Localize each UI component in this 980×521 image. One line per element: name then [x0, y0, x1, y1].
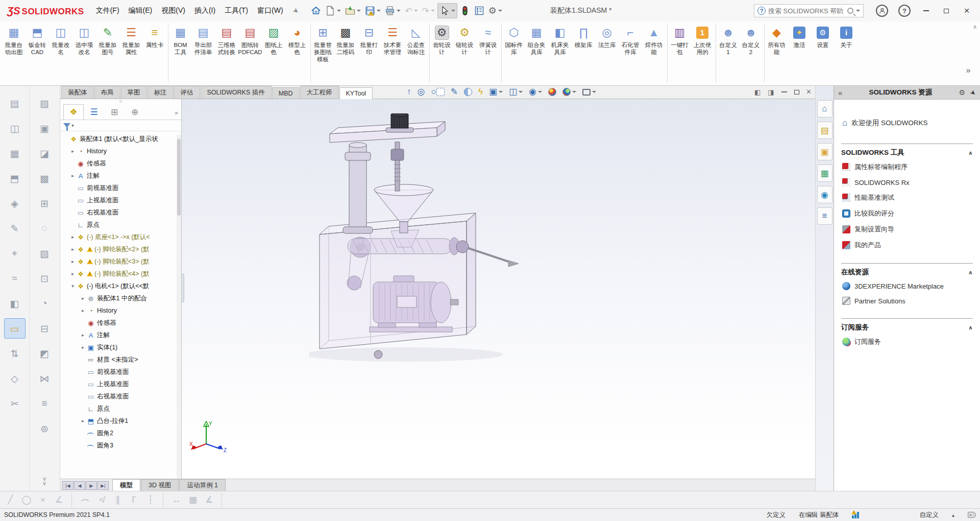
tool-button[interactable]: ⊞	[34, 193, 55, 214]
task-pane-item[interactable]: 订阅服务	[842, 337, 973, 346]
ribbon-button[interactable]: ≡ 属性卡	[143, 23, 166, 83]
menu-item[interactable]: 编辑(E)	[124, 3, 157, 18]
tab-nav-button[interactable]: ▶	[86, 481, 97, 490]
tool-button[interactable]: ≈	[4, 268, 26, 289]
close-button[interactable]: ×	[957, 3, 977, 18]
sketch-tool-button[interactable]: (	[78, 493, 93, 507]
tree-item[interactable]: ▸ ▣ 实体(1)	[62, 341, 181, 353]
sketch-tool-button[interactable]: ≮	[94, 493, 109, 507]
task-pane-tab[interactable]: ▤	[817, 122, 832, 139]
task-pane-tab[interactable]: ▣	[817, 143, 832, 160]
command-tab[interactable]: KYTool	[339, 87, 373, 99]
ribbon-button[interactable]: ▦ 组合夹 具库	[525, 23, 548, 83]
tool-button[interactable]: ⌖	[4, 243, 26, 264]
tool-button[interactable]: ✎	[4, 218, 26, 239]
ribbon-button[interactable]: ◺ 公差查 询标注	[404, 23, 428, 83]
ribbon-button[interactable]: ☰ 批量加 属性	[119, 23, 143, 83]
custom-status-button[interactable]: 自定义	[919, 511, 939, 519]
task-pane-tab[interactable]: ≡	[817, 207, 832, 225]
task-pane-item[interactable]: SOLIDWORKS Rx	[842, 178, 973, 186]
tool-button[interactable]: ⊡	[34, 268, 55, 289]
tree-item[interactable]: ▸ ◔ History	[62, 304, 181, 317]
performance-warning-icon[interactable]	[852, 511, 862, 518]
tab-nav-button[interactable]: ▶|	[97, 481, 109, 490]
print-dropdown[interactable]	[397, 10, 401, 12]
expand-arrow-icon[interactable]: ▸	[69, 271, 76, 276]
doc-restore-icon[interactable]	[794, 90, 799, 94]
tree-item[interactable]: ▸ ❖ (-) 底座<1> ->x (默认<	[62, 231, 181, 243]
gear-icon[interactable]: ⚙	[959, 88, 966, 97]
ribbon-button[interactable]: ⊟ 批量打 印	[357, 23, 381, 83]
account-icon[interactable]	[876, 5, 888, 17]
tool-button[interactable]: ◪	[34, 143, 55, 163]
tool-button[interactable]: ⇅	[4, 343, 26, 364]
collapse-section-icon[interactable]: ∧	[968, 324, 973, 331]
document-tab[interactable]: 3D 视图	[141, 479, 179, 491]
ribbon-button[interactable]: ⬡ 国标件 库	[501, 23, 525, 83]
command-tab[interactable]: MBD	[272, 87, 300, 99]
view-tool-dropdown[interactable]	[499, 91, 503, 93]
tree-item[interactable]: ▭ 前视基准面	[62, 182, 181, 194]
tool-button[interactable]: ⋈	[34, 368, 55, 389]
panel-splitter-handle[interactable]	[182, 274, 184, 302]
view-tool-dropdown[interactable]	[538, 91, 542, 93]
task-pane-tab[interactable]: ⌂	[817, 100, 832, 117]
sketch-tool-button[interactable]: ∠	[52, 493, 72, 507]
tool-button[interactable]: ◇	[4, 368, 26, 389]
open-button[interactable]	[344, 4, 362, 18]
tag-icon[interactable]	[968, 512, 976, 518]
tree-item[interactable]: ▭ 右视基准面	[62, 390, 181, 402]
ribbon-button[interactable]: ⌐ 石化管 件库	[619, 23, 642, 83]
command-tab[interactable]: 评估	[174, 86, 200, 99]
options-list-button[interactable]	[473, 4, 486, 18]
task-pane-item[interactable]: 我的产品	[842, 241, 973, 250]
tool-button[interactable]: ◌	[34, 218, 55, 239]
task-pane-item[interactable]: 3DEXPERIENCE Marketplace	[842, 282, 973, 290]
ribbon-button[interactable]: ▤ 三维格 式转换	[215, 23, 238, 83]
ribbon-button[interactable]: ∏ 模架库	[572, 23, 595, 83]
expand-arrow-icon[interactable]: ▸	[69, 247, 76, 252]
task-pane-item[interactable]: Partner Solutions	[842, 297, 973, 305]
view-tool-dropdown[interactable]	[592, 91, 596, 93]
new-document-button[interactable]	[324, 4, 342, 18]
tab-nav-button[interactable]: ◀	[74, 481, 85, 490]
command-tab[interactable]: 大工程师	[300, 86, 339, 99]
ribbon-button[interactable]: ⚙ 链轮设 计	[453, 23, 476, 83]
command-tab[interactable]: SOLIDWORKS 插件	[201, 86, 272, 99]
pin-icon[interactable]: ➤	[969, 88, 978, 98]
pane-left-icon[interactable]: ◧	[754, 88, 761, 96]
scrollbar-thumb[interactable]	[177, 139, 181, 216]
tool-button[interactable]: ◩	[34, 343, 55, 364]
tree-item[interactable]: ◉ 传感器	[62, 157, 181, 170]
expand-arrow-icon[interactable]: ▸	[69, 149, 76, 154]
fm-tab[interactable]: ⊞	[104, 104, 125, 120]
tool-button[interactable]: ◔	[34, 293, 55, 314]
fm-tab[interactable]: ❖	[63, 104, 84, 120]
expand-arrow-icon[interactable]: ▸	[80, 333, 86, 338]
expand-arrow-icon[interactable]: ▸	[80, 345, 86, 350]
view-tool-button[interactable]: ◎	[415, 86, 427, 98]
save-dropdown[interactable]	[377, 10, 381, 12]
tool-button[interactable]: ▦	[4, 143, 26, 163]
tool-button[interactable]: ▨	[34, 243, 55, 264]
pin-menu-icon[interactable]: ➤	[291, 6, 301, 16]
view-tool-button[interactable]	[580, 88, 598, 97]
view-tool-dropdown[interactable]	[519, 91, 523, 93]
expand-arrow-icon[interactable]: ▸	[80, 418, 86, 423]
sketch-tool-button[interactable]: ↔	[169, 493, 184, 507]
sketch-tool-button[interactable]: ╱	[3, 493, 18, 507]
tree-item[interactable]: ( 圆角2	[62, 427, 181, 439]
new-document-dropdown[interactable]	[337, 10, 341, 12]
ribbon-button[interactable]: ▦ 批量自 动出图	[2, 23, 26, 83]
ribbon-overflow-icon[interactable]: »	[966, 66, 971, 75]
view-tool-button[interactable]	[462, 87, 474, 97]
tree-item[interactable]: ▸ A 注解	[62, 170, 181, 182]
collapse-section-icon[interactable]: ∧	[968, 269, 973, 276]
view-tool-button[interactable]: ◉	[527, 86, 544, 98]
view-tool-button[interactable]: ◫	[507, 86, 525, 98]
ribbon-button[interactable]: ▤ 图纸转 PDFCAD	[238, 23, 262, 83]
tree-item[interactable]: ∟ 原点	[62, 219, 181, 231]
task-pane-tab[interactable]: ▦	[817, 164, 832, 182]
open-dropdown[interactable]	[357, 10, 361, 12]
command-tab[interactable]: 草图	[121, 86, 147, 99]
